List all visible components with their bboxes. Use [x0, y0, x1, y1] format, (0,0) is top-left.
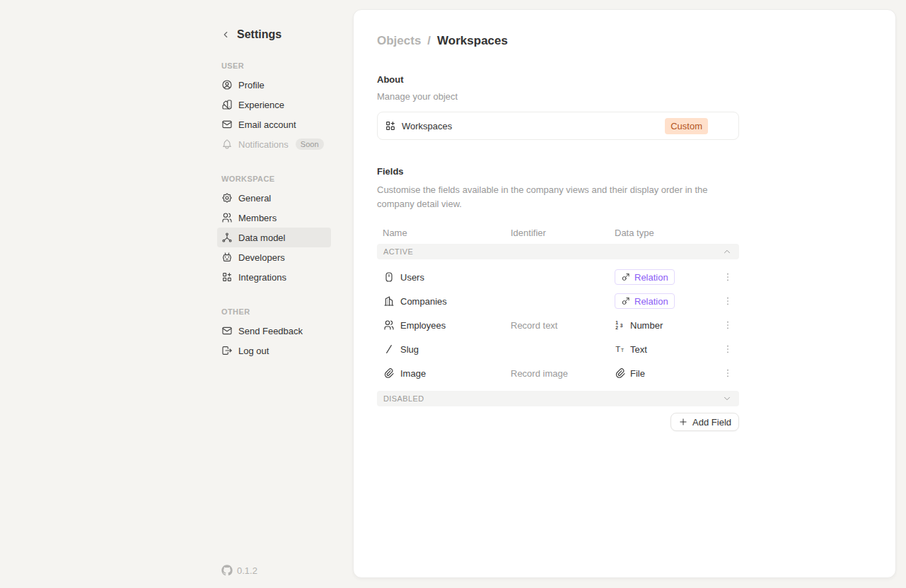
- group-label-active: ACTIVE: [383, 247, 413, 256]
- sidebar-item-label: Experience: [238, 100, 284, 110]
- object-card: Workspaces Custom: [377, 112, 739, 140]
- table-header: Name Identifier Data type: [377, 221, 739, 244]
- number-icon: 123: [615, 319, 626, 331]
- settings-header: Settings: [217, 28, 331, 41]
- users-icon: [221, 212, 233, 223]
- column-name: Name: [377, 228, 511, 238]
- building-icon: [383, 295, 395, 307]
- row-menu-dots-icon[interactable]: [722, 319, 733, 331]
- field-name-cell: Companies: [377, 295, 511, 307]
- about-heading: About: [377, 74, 739, 85]
- gear-icon: [221, 192, 233, 204]
- datatype-label: File: [630, 368, 645, 379]
- field-row-image: ImageRecord imageFile: [377, 361, 739, 385]
- row-menu-dots-icon[interactable]: [722, 271, 733, 283]
- users-icon: [383, 319, 395, 331]
- group-bar-active[interactable]: ACTIVE: [377, 244, 739, 259]
- row-menu-dots-icon[interactable]: [722, 343, 733, 355]
- plus-icon: [678, 417, 688, 427]
- mouse-icon: [383, 271, 395, 283]
- field-name-label: Employees: [400, 320, 446, 331]
- datatype-label: Relation: [634, 296, 668, 307]
- sidebar-item-label: Send Feedback: [238, 326, 303, 336]
- sidebar-item-label: Data model: [238, 233, 285, 243]
- sidebar-item-label: Notifications: [238, 139, 289, 150]
- sidebar-item-log-out[interactable]: Log out: [217, 341, 331, 360]
- svg-text:1: 1: [615, 320, 618, 325]
- sidebar-item-integrations[interactable]: Integrations: [217, 267, 331, 287]
- logout-icon: [221, 345, 233, 356]
- field-name-cell: Users: [377, 271, 511, 283]
- sidebar-item-label: Integrations: [238, 272, 286, 283]
- sidebar-item-developers[interactable]: Developers: [217, 247, 331, 267]
- fields-heading: Fields: [377, 166, 739, 177]
- field-datatype-cell: Relation: [615, 269, 716, 285]
- relation-badge[interactable]: Relation: [615, 293, 675, 309]
- group-bar-disabled[interactable]: DISABLED: [377, 391, 739, 406]
- row-menu-dots-icon[interactable]: [722, 368, 733, 379]
- breadcrumb-objects[interactable]: Objects: [377, 34, 421, 48]
- field-name-label: Companies: [400, 296, 447, 307]
- field-name-cell: Employees: [377, 319, 511, 331]
- sidebar-item-experience[interactable]: Experience: [217, 95, 331, 114]
- github-icon[interactable]: [221, 565, 233, 576]
- field-datatype-cell: 123Number: [615, 319, 716, 331]
- field-name-label: Users: [400, 272, 424, 283]
- paperclip-icon: [383, 368, 395, 379]
- field-datatype-cell: TTText: [615, 343, 716, 355]
- field-identifier: Record text: [511, 320, 615, 331]
- chevron-up-icon[interactable]: [721, 246, 733, 257]
- apps-icon: [385, 120, 396, 131]
- sidebar-item-label: Log out: [238, 346, 269, 356]
- sidebar-item-data-model[interactable]: Data model: [217, 228, 331, 247]
- field-datatype-cell: Relation: [615, 293, 716, 309]
- sidebar-item-members[interactable]: Members: [217, 208, 331, 228]
- mail-icon: [221, 119, 233, 130]
- sidebar-item-label: General: [238, 193, 271, 204]
- column-identifier: Identifier: [511, 228, 615, 238]
- app-version: 0.1.2: [221, 565, 257, 576]
- sidebar-section-other: OTHERSend FeedbackLog out: [217, 307, 331, 360]
- svg-text:3: 3: [620, 323, 623, 328]
- about-subheading: Manage your object: [377, 91, 739, 102]
- sidebar-item-send-feedback[interactable]: Send Feedback: [217, 321, 331, 341]
- sidebar-item-profile[interactable]: Profile: [217, 75, 331, 95]
- field-datatype-cell: File: [615, 368, 716, 379]
- chevron-left-icon[interactable]: [220, 29, 231, 40]
- svg-text:2: 2: [615, 325, 618, 330]
- typography-icon: TT: [615, 343, 626, 355]
- paperclip-icon: [615, 368, 626, 379]
- svg-text:T: T: [615, 345, 620, 353]
- hierarchy-icon: [221, 232, 233, 243]
- sidebar-item-email-account[interactable]: Email account: [217, 114, 331, 134]
- add-field-button[interactable]: Add Field: [670, 413, 739, 431]
- object-menu-dots-icon[interactable]: [717, 120, 728, 131]
- soon-badge: Soon: [296, 139, 324, 150]
- relation-badge[interactable]: Relation: [615, 269, 675, 285]
- color-swatch-icon: [221, 99, 233, 110]
- slash-icon: [383, 343, 395, 355]
- section-label: OTHER: [217, 307, 331, 316]
- add-field-label: Add Field: [692, 417, 731, 428]
- apps-icon: [221, 271, 233, 283]
- section-label: USER: [217, 61, 331, 70]
- row-menu-dots-icon[interactable]: [722, 295, 733, 307]
- field-row-users: UsersRelation: [377, 265, 739, 289]
- bell-icon: [221, 139, 233, 150]
- sidebar-item-label: Developers: [238, 252, 285, 263]
- settings-main-panel: Objects / Workspaces About Manage your o…: [353, 9, 896, 578]
- user-circle-icon: [221, 79, 233, 90]
- version-label: 0.1.2: [237, 565, 257, 576]
- field-row-companies: CompaniesRelation: [377, 289, 739, 313]
- settings-sidebar: Settings USERProfileExperienceEmail acco…: [217, 28, 331, 360]
- field-name-label: Slug: [400, 344, 419, 355]
- datatype-label: Relation: [634, 272, 668, 283]
- sidebar-item-general[interactable]: General: [217, 188, 331, 208]
- section-label: WORKSPACE: [217, 175, 331, 183]
- group-label-disabled: DISABLED: [383, 394, 424, 403]
- chevron-down-icon[interactable]: [721, 393, 733, 404]
- sidebar-item-label: Profile: [238, 80, 265, 90]
- sidebar-item-notifications: NotificationsSoon: [217, 134, 331, 154]
- svg-text:T: T: [621, 347, 625, 353]
- relation-icon: [621, 272, 631, 282]
